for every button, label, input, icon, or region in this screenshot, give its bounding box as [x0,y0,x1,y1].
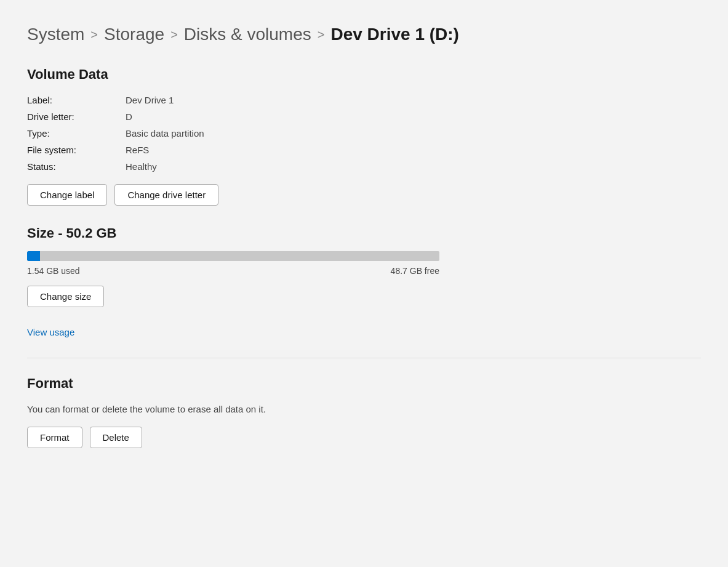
format-description: You can format or delete the volume to e… [27,404,701,414]
section-divider [27,358,701,358]
size-title: Size - 50.2 GB [27,225,701,241]
breadcrumb-sep-3: > [318,28,325,42]
volume-data-title: Volume Data [27,66,701,82]
volume-data-grid: Label: Dev Drive 1 Drive letter: D Type:… [27,95,701,172]
delete-button[interactable]: Delete [90,427,142,448]
breadcrumb: System > Storage > Disks & volumes > Dev… [27,25,701,44]
change-size-button[interactable]: Change size [27,286,104,307]
format-buttons: Format Delete [27,427,701,448]
breadcrumb-sep-2: > [170,28,178,42]
size-buttons: Change size [27,286,701,307]
storage-labels: 1.54 GB used 48.7 GB free [27,266,439,276]
free-label: 48.7 GB free [391,266,439,276]
used-label: 1.54 GB used [27,266,80,276]
change-drive-letter-button[interactable]: Change drive letter [114,184,218,206]
storage-used-fill [27,251,40,261]
drive-letter-label: Drive letter: [27,111,126,122]
storage-progress-bar [27,251,439,261]
label-field-value: Dev Drive 1 [126,95,701,105]
status-value: Healthy [126,161,701,172]
breadcrumb-sep-1: > [90,28,98,42]
format-button[interactable]: Format [27,427,82,448]
format-section: Format You can format or delete the volu… [27,376,701,448]
breadcrumb-system[interactable]: System [27,25,84,44]
size-section: Size - 50.2 GB 1.54 GB used 48.7 GB free… [27,225,701,338]
label-field-label: Label: [27,95,126,105]
file-system-value: ReFS [126,145,701,155]
breadcrumb-disks-volumes[interactable]: Disks & volumes [184,25,311,44]
format-title: Format [27,376,701,392]
file-system-label: File system: [27,145,126,155]
breadcrumb-storage[interactable]: Storage [104,25,164,44]
status-label: Status: [27,161,126,172]
change-label-button[interactable]: Change label [27,184,107,206]
drive-letter-value: D [126,111,701,122]
view-usage-link[interactable]: View usage [27,327,74,337]
volume-data-section: Volume Data Label: Dev Drive 1 Drive let… [27,66,701,206]
breadcrumb-current: Dev Drive 1 (D:) [330,25,459,44]
type-label: Type: [27,128,126,139]
type-value: Basic data partition [126,128,701,139]
volume-data-buttons: Change label Change drive letter [27,184,701,206]
